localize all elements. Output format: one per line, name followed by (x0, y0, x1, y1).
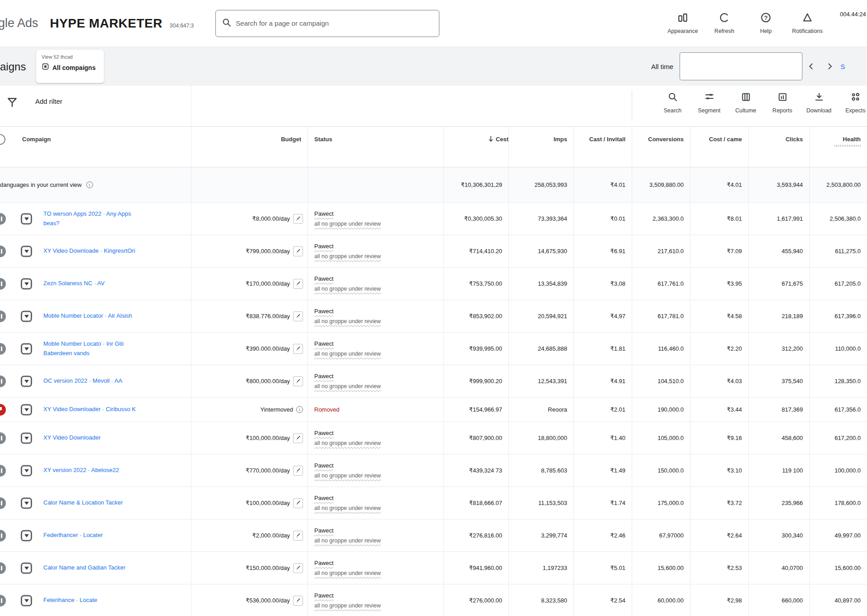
edit-budget-icon[interactable] (293, 214, 303, 224)
chevron-down-icon[interactable] (21, 245, 32, 257)
campaign-name-link[interactable]: TO werson Apps 2022 · Any Appsbeas? (43, 209, 131, 227)
edit-budget-icon[interactable] (293, 466, 303, 476)
campaign-cell: XY Video Downloader · Ciribusso K (0, 398, 191, 421)
cast-invitall-cell: ₹4,97 (573, 300, 632, 332)
table-row: Moble Number Locator · Alr Alsish₹838.77… (0, 300, 867, 333)
table-row: OC version 2022 · Mevoll · AA₹800,000.00… (0, 365, 867, 398)
column-header-conversions[interactable]: Conversions (632, 127, 690, 167)
column-header-status[interactable]: Status (308, 127, 443, 167)
appearance-button[interactable]: Appearance (662, 12, 704, 34)
segment-tool-button[interactable]: Segment (691, 92, 727, 114)
chevron-down-icon[interactable] (21, 213, 32, 224)
budget-cell: ₹799,000.00/day (191, 235, 308, 267)
imps-cell: 8,785.603 (508, 454, 573, 486)
column-header-health[interactable]: Health (809, 127, 867, 167)
add-filter-button[interactable]: Add rilter (6, 97, 62, 105)
cost-came-cell: ₹9.16 (690, 422, 748, 454)
edit-budget-icon[interactable] (293, 376, 303, 386)
summary-clicks: 3,593,944 (748, 167, 809, 202)
edit-budget-icon[interactable] (293, 498, 303, 508)
info-icon[interactable] (86, 181, 93, 188)
next-period-button[interactable] (820, 57, 839, 75)
status-cell: Pawectall no groppe under review (308, 268, 443, 300)
campaign-name-link[interactable]: Calor Name & Location Tacker (43, 498, 123, 507)
edit-budget-icon[interactable] (293, 596, 303, 606)
campaign-name-link[interactable]: OC version 2022 · Mevoll · AA (43, 376, 122, 385)
edit-budget-icon[interactable] (293, 531, 303, 541)
table-row: TO werson Apps 2022 · Any Appsbeas?₹8,00… (0, 203, 867, 235)
chevron-down-icon[interactable] (21, 432, 32, 444)
cast-invitall-cell: ₹4.91 (573, 365, 632, 397)
date-range-box[interactable] (680, 52, 802, 80)
chevron-down-icon[interactable] (21, 404, 32, 415)
show-link[interactable]: S (840, 63, 845, 70)
cost-came-cell: ₹7.09 (690, 235, 748, 267)
column-header-cast-invitall[interactable]: Cast / Invitall (573, 127, 632, 167)
column-header-imps[interactable]: Imps (508, 127, 573, 167)
date-range-input[interactable] (680, 53, 802, 80)
cost-came-cell: ₹2,98 (690, 584, 748, 616)
column-header-campaign[interactable]: Compaign (0, 127, 191, 167)
edit-budget-icon[interactable] (293, 563, 303, 573)
campaign-name-link[interactable]: XY Video Downloader · Ciribusso K (43, 405, 136, 414)
help-button[interactable]: ? Help (745, 12, 787, 34)
cost-cell: ₹941,960.00 (443, 552, 508, 584)
table-row: XY Video Downloader · Ciribusso KYinterm… (0, 398, 867, 422)
paused-status-icon (0, 497, 6, 509)
table-header-row: Compaign Budget Status Cest Imps Cast / … (0, 127, 867, 167)
campaign-name-link[interactable]: Feterihance · Locate (43, 596, 97, 605)
search-tool-button[interactable]: Search (654, 92, 691, 114)
chevron-down-icon[interactable] (21, 497, 32, 509)
campaign-name-link[interactable]: Moble Number Locator · Alr Alsish (43, 311, 132, 320)
campaign-name-link[interactable]: Federlhancer · Locater (43, 531, 103, 540)
edit-budget-icon[interactable] (293, 433, 303, 443)
status-cell: Pawectall no groppe under review (308, 203, 443, 235)
reports-tool-button[interactable]: Reports (764, 92, 801, 114)
campaign-name-link[interactable]: XY version 2022 · Abelose22 (43, 466, 119, 475)
edit-budget-icon[interactable] (293, 311, 303, 321)
campaign-view-selector[interactable]: View 52 thcad All compaigns (36, 50, 104, 83)
prev-period-button[interactable] (802, 57, 820, 75)
chevron-down-icon[interactable] (21, 530, 32, 541)
clicks-cell: 817,369 (748, 398, 809, 421)
edit-budget-icon[interactable] (293, 344, 303, 354)
status-text: Pawect (314, 495, 334, 501)
chevron-down-icon[interactable] (21, 343, 32, 354)
chevron-down-icon[interactable] (21, 375, 32, 387)
global-search[interactable] (215, 10, 439, 37)
notifications-button[interactable]: Rotifications (787, 12, 828, 34)
chevron-down-icon[interactable] (21, 310, 32, 322)
status-text: Pawect (314, 560, 334, 566)
cost-cell: ₹276,000.00 (443, 584, 508, 616)
columns-tool-button[interactable]: Cultume (727, 92, 764, 114)
edit-budget-icon[interactable] (293, 246, 303, 256)
campaign-name-link[interactable]: Calor Name and Gadian Tacker (43, 563, 126, 572)
refresh-button[interactable]: Refresh (704, 12, 745, 34)
edit-budget-icon[interactable] (293, 279, 303, 289)
clicks-cell: 300,340 (748, 519, 809, 551)
conversions-cell: 67,97000 (632, 519, 690, 551)
table-row: Federlhancer · Locater₹2,000.00/dayPawec… (0, 519, 867, 552)
column-header-clicks[interactable]: Clicks (748, 127, 809, 167)
campaign-cell: Zezn Solaness NC · AV (0, 268, 191, 300)
campaign-cell: Calor Name and Gadian Tacker (0, 552, 191, 584)
info-icon[interactable] (296, 406, 303, 413)
column-header-cost[interactable]: Cest (443, 127, 508, 167)
column-header-cost-came[interactable]: Cost / came (690, 127, 748, 167)
expand-tool-button[interactable]: Expects (837, 92, 867, 114)
campaign-name-link[interactable]: Zezn Solaness NC · AV (43, 279, 105, 288)
column-header-budget[interactable]: Budget (191, 127, 308, 167)
campaign-name-link[interactable]: Moble Number Locato · Inr GtiiBaberdeen … (43, 339, 124, 357)
cast-invitall-cell: ₹1.81 (573, 333, 632, 365)
campaign-name-link[interactable]: XY Video Downloader (43, 433, 101, 442)
chevron-down-icon[interactable] (21, 278, 32, 289)
chevron-down-icon[interactable] (21, 595, 32, 606)
search-input[interactable] (236, 19, 433, 27)
campaign-name-link[interactable]: XY Video Downloade · KingresrtOri (43, 246, 135, 255)
chevron-down-icon[interactable] (21, 562, 32, 574)
status-detail-text: all no groppe under review (314, 286, 381, 292)
download-tool-button[interactable]: Download (801, 92, 837, 114)
chevron-down-icon[interactable] (21, 465, 32, 476)
budget-value: ₹100,000.00/day (246, 500, 290, 506)
cost-cell: ₹439,324 73 (443, 454, 508, 486)
